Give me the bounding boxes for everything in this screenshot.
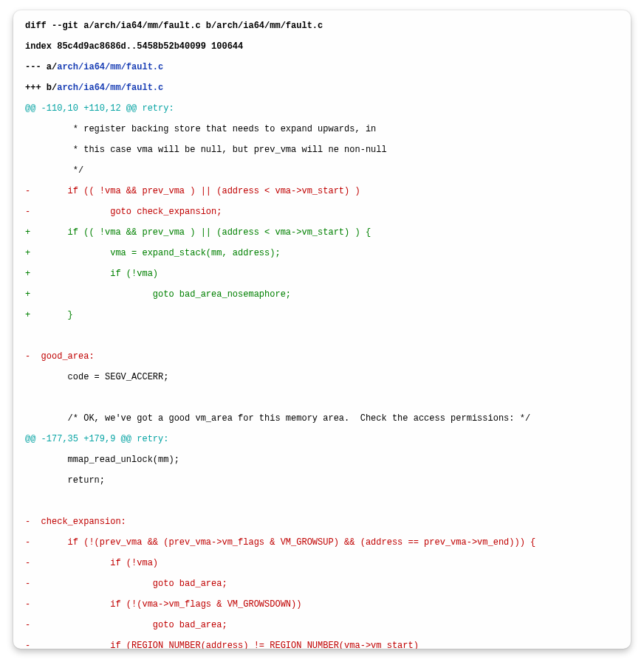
diff-removed-line: - check_expansion: (25, 517, 619, 527)
diff-old-file: --- a/arch/ia64/mm/fault.c (25, 62, 619, 72)
diff-blank-line (25, 331, 619, 341)
screenshot-frame: diff --git a/arch/ia64/mm/fault.c b/arch… (0, 0, 644, 662)
diff-removed-line: - if (( !vma && prev_vma ) || (address <… (25, 186, 619, 196)
diff-hunk-header: @@ -177,35 +179,9 @@ retry: (25, 434, 619, 444)
diff-blank-line (25, 496, 619, 506)
diff-context-line: mmap_read_unlock(mm); (25, 455, 619, 465)
diff-added-line: + vma = expand_stack(mm, address); (25, 248, 619, 258)
diff-removed-line: - goto bad_area; (25, 620, 619, 630)
diff-added-line: + goto bad_area_nosemaphore; (25, 289, 619, 300)
diff-context-line: return; (25, 475, 619, 486)
diff-added-line: + if (!vma) (25, 269, 619, 279)
diff-removed-line: - if (!vma) (25, 558, 619, 568)
diff-panel: diff --git a/arch/ia64/mm/fault.c b/arch… (13, 10, 631, 649)
diff-added-line: + } (25, 310, 619, 320)
diff-context-line: code = SEGV_ACCERR; (25, 372, 619, 382)
diff-removed-line: - if (!(prev_vma && (prev_vma->vm_flags … (25, 537, 619, 548)
diff-removed-line: - goto check_expansion; (25, 207, 619, 217)
diff-removed-line: - goto bad_area; (25, 579, 619, 589)
diff-content: diff --git a/arch/ia64/mm/fault.c b/arch… (25, 21, 619, 649)
new-path: arch/ia64/mm/fault.c (57, 83, 163, 93)
diff-removed-line: - if (!(vma->vm_flags & VM_GROWSDOWN)) (25, 599, 619, 610)
diff-hunk-header: @@ -110,10 +110,12 @@ retry: (25, 103, 619, 114)
diff-context-line: * this case vma will be null, but prev_v… (25, 145, 619, 155)
old-prefix: --- a/ (25, 62, 57, 72)
diff-blank-line (25, 393, 619, 403)
diff-new-file: +++ b/arch/ia64/mm/fault.c (25, 83, 619, 93)
diff-added-line: + if (( !vma && prev_vma ) || (address <… (25, 227, 619, 238)
old-path: arch/ia64/mm/fault.c (57, 62, 163, 72)
diff-removed-line: - good_area: (25, 351, 619, 362)
diff-cmdline: diff --git a/arch/ia64/mm/fault.c b/arch… (25, 21, 619, 31)
diff-removed-line: - if (REGION_NUMBER(address) != REGION_N… (25, 641, 619, 649)
diff-context-line: /* OK, we've got a good vm_area for this… (25, 413, 619, 424)
diff-index: index 85c4d9ac8686d..5458b52b40099 10064… (25, 41, 619, 52)
diff-context-line: */ (25, 165, 619, 176)
new-prefix: +++ b/ (25, 83, 57, 93)
diff-context-line: * register backing store that needs to e… (25, 124, 619, 134)
